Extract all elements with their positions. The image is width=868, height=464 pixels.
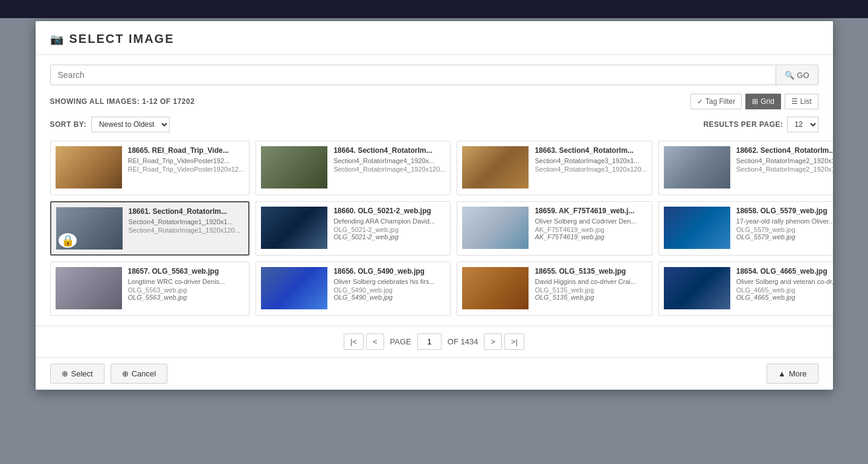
image-card[interactable]: 🔒18661. Section4_RotatorIm...Section4_Ro… — [50, 201, 250, 256]
sort-left: SORT BY: Newest to Oldest Oldest to Newe… — [50, 117, 170, 132]
image-filename: OLG_5135_web.jpg — [535, 286, 646, 294]
image-info: 18656. OLG_5490_web.jpgOliver Solberg ce… — [333, 267, 445, 301]
image-description: David Higgins and co-driver Crai... — [535, 278, 646, 285]
results-per-page-label: RESULTS PER PAGE: — [703, 120, 783, 129]
image-filename-secondary: OLG_5579_web.jpg — [736, 233, 833, 240]
thumbnail-placeholder — [664, 207, 730, 249]
showing-text: SHOWING ALL IMAGES: 1-12 OF 17202 — [50, 97, 195, 106]
image-filename: REI_Road_Trip_VideoPoster1920x12... — [128, 166, 245, 173]
image-thumbnail — [664, 146, 730, 188]
image-card[interactable]: 18663. Section4_RotatorIm...Section4_Rot… — [457, 141, 652, 195]
image-thumbnail — [56, 146, 122, 188]
image-title: 18663. Section4_RotatorIm... — [535, 146, 646, 155]
image-card[interactable]: 18662. Section4_RotatorIm...Section4_Rot… — [658, 141, 833, 195]
image-description: Oliver Solberg celebrates his firs... — [333, 278, 445, 285]
image-description: Oliver Solberg and Codriver Den... — [535, 218, 646, 225]
image-description: Section4_RotatorImage1_1920x1... — [129, 218, 244, 225]
results-per-page-select[interactable]: 12 24 48 96 — [787, 117, 818, 132]
image-info: 18654. OLG_4665_web.jpgOliver Solberg an… — [736, 267, 833, 301]
grid-icon: ⊞ — [752, 97, 758, 106]
select-icon: ⊕ — [62, 369, 68, 378]
image-info: 18662. Section4_RotatorIm...Section4_Rot… — [736, 146, 833, 173]
image-thumbnail — [462, 267, 529, 309]
sort-row: SORT BY: Newest to Oldest Oldest to Newe… — [50, 117, 818, 132]
modal-overlay: 📷 SELECT IMAGE 🔍 GO SHOWING ALL IMAGES: … — [0, 18, 868, 464]
image-title: 18658. OLG_5579_web.jpg — [736, 207, 833, 215]
search-go-button[interactable]: 🔍 GO — [776, 66, 817, 85]
image-thumbnail — [462, 146, 529, 188]
image-info: 18660. OLG_5021-2_web.jpgDefending ARA C… — [333, 207, 445, 240]
thumbnail-placeholder — [261, 146, 327, 188]
list-label: List — [800, 97, 812, 106]
pagination-bar: |< < PAGE OF 1434 > >| — [36, 326, 833, 357]
image-filename: OLG_5579_web.jpg — [736, 226, 833, 233]
first-page-button[interactable]: |< — [344, 334, 364, 350]
tag-filter-button[interactable]: ✓ Tag Filter — [690, 94, 742, 109]
image-filename: Section4_RotatorImage2_1920x120... — [736, 166, 833, 173]
image-grid: 18665. REI_Road_Trip_Vide...REI_Road_Tri… — [50, 141, 818, 316]
next-page-button[interactable]: > — [484, 334, 502, 350]
sort-label: SORT BY: — [50, 120, 86, 129]
list-view-button[interactable]: ☰ List — [785, 94, 818, 109]
search-input[interactable] — [51, 65, 776, 85]
modal-header: 📷 SELECT IMAGE — [36, 21, 833, 55]
more-button[interactable]: ▲ More — [767, 364, 818, 384]
image-thumbnail — [261, 267, 327, 309]
image-thumbnail: 🔒 — [56, 207, 123, 250]
image-title: 18659. AK_F75T4619_web.j... — [535, 207, 646, 215]
image-title: 18655. OLG_5135_web.jpg — [535, 267, 646, 276]
image-card[interactable]: 18657. OLG_5563_web.jpgLongtime WRC co-d… — [50, 262, 250, 316]
image-filename: OLG_5490_web.jpg — [333, 286, 445, 294]
image-title: 18654. OLG_4665_web.jpg — [736, 267, 833, 276]
image-description: Section4_RotatorImage3_1920x1... — [535, 157, 646, 164]
image-filename: OLG_4665_web.jpg — [736, 286, 833, 294]
last-page-button[interactable]: >| — [504, 334, 524, 350]
image-card[interactable]: 18665. REI_Road_Trip_Vide...REI_Road_Tri… — [50, 141, 250, 195]
thumbnail-placeholder — [56, 146, 122, 188]
image-filename-secondary: OLG_4665_web.jpg — [736, 294, 833, 301]
thumbnail-placeholder — [664, 267, 730, 309]
image-card[interactable]: 18664. Section4_RotatorIm...Section4_Rot… — [256, 141, 451, 195]
image-description: REI_Road_Trip_VideoPoster192... — [128, 157, 245, 164]
thumbnail-placeholder — [462, 146, 529, 188]
image-description: Oliver Solberg and veteran co-dr... — [736, 278, 833, 285]
modal-body: 🔍 GO SHOWING ALL IMAGES: 1-12 OF 17202 ✓… — [36, 55, 833, 326]
image-description: Defending ARA Champion David... — [333, 218, 445, 225]
image-info: 18663. Section4_RotatorIm...Section4_Rot… — [535, 146, 646, 173]
image-filename: Section4_RotatorImage4_1920x120... — [333, 166, 445, 173]
image-title: 18661. Section4_RotatorIm... — [129, 207, 244, 216]
thumbnail-placeholder — [664, 146, 730, 188]
nav-bar — [0, 0, 868, 18]
grid-view-button[interactable]: ⊞ Grid — [745, 94, 781, 109]
image-description: Longtime WRC co-driver Denis... — [128, 278, 245, 285]
image-filename: OLG_5563_web.jpg — [128, 286, 245, 294]
image-title: 18656. OLG_5490_web.jpg — [333, 267, 445, 276]
cancel-label: Cancel — [132, 369, 156, 378]
select-image-modal: 📷 SELECT IMAGE 🔍 GO SHOWING ALL IMAGES: … — [36, 21, 833, 390]
image-info: 18659. AK_F75T4619_web.j...Oliver Solber… — [535, 207, 646, 240]
grid-label: Grid — [760, 97, 774, 106]
page-input[interactable] — [417, 334, 442, 350]
image-title: 18665. REI_Road_Trip_Vide... — [128, 146, 245, 155]
thumbnail-placeholder — [261, 267, 327, 309]
image-card[interactable]: 18655. OLG_5135_web.jpgDavid Higgins and… — [457, 262, 652, 316]
view-controls: ✓ Tag Filter ⊞ Grid ☰ List — [690, 94, 818, 109]
more-label: More — [789, 369, 807, 378]
tag-filter-label: Tag Filter — [706, 97, 735, 106]
cancel-button[interactable]: ⊕ Cancel — [111, 364, 167, 384]
go-label: GO — [797, 71, 809, 80]
image-filename: OLG_5021-2_web.jpg — [333, 226, 445, 233]
image-card[interactable]: 18658. OLG_5579_web.jpg17-year-old rally… — [658, 201, 833, 256]
camera-icon: 📷 — [50, 33, 63, 46]
image-card[interactable]: 18654. OLG_4665_web.jpgOliver Solberg an… — [658, 262, 833, 316]
thumbnail-placeholder — [462, 267, 529, 309]
image-card[interactable]: 18659. AK_F75T4619_web.j...Oliver Solber… — [457, 201, 652, 256]
modal-footer: ⊕ Select ⊕ Cancel ▲ More — [36, 357, 833, 390]
sort-select[interactable]: Newest to Oldest Oldest to Newest Name A… — [91, 117, 170, 132]
image-card[interactable]: 18660. OLG_5021-2_web.jpgDefending ARA C… — [256, 201, 451, 256]
thumbnail-placeholder — [56, 267, 122, 309]
image-card[interactable]: 18656. OLG_5490_web.jpgOliver Solberg ce… — [256, 262, 451, 316]
select-button[interactable]: ⊕ Select — [50, 364, 104, 384]
image-filename: Section4_RotatorImage3_1920x120... — [535, 166, 646, 173]
prev-page-button[interactable]: < — [366, 334, 384, 350]
